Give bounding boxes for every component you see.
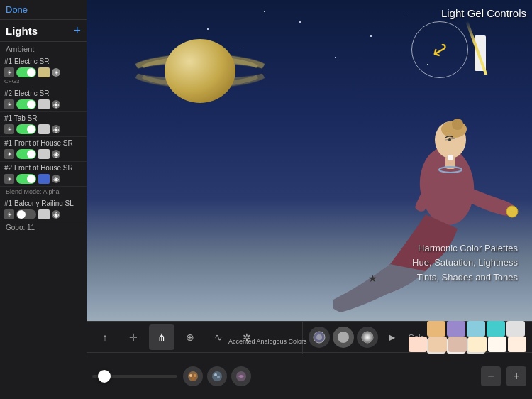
ambient-section: Ambient (0, 42, 87, 55)
light-name-3: #1 Tab SR (4, 114, 82, 122)
toolbar-bottom-row: − + (87, 353, 532, 399)
gel-swatch-9[interactable] (409, 337, 427, 352)
minus-button[interactable]: − (481, 366, 501, 386)
figure-illustration: ★ (333, 72, 532, 328)
svg-point-20 (212, 371, 222, 381)
gel-swatch-5[interactable] (506, 321, 525, 337)
palette-svg-3 (235, 370, 248, 383)
light-type-icon-5: ☀ (4, 174, 14, 184)
light-extra-3: ◈ (52, 125, 60, 133)
light-toggle-balcony[interactable] (16, 209, 36, 219)
add-light-button[interactable]: + (73, 24, 81, 37)
palette-icon-2[interactable] (207, 366, 227, 386)
saturn-illustration (129, 14, 271, 128)
light-controls-2: ☀ ◈ (4, 99, 82, 109)
light-item-5: #2 Front of House SR ☀ ◈ (0, 162, 87, 187)
light-toggle-1[interactable] (16, 67, 36, 77)
svg-point-17 (189, 374, 192, 377)
gel-swatch-11[interactable] (448, 337, 467, 352)
lights-header: Lights + (0, 20, 87, 42)
gel-swatch-4[interactable] (487, 321, 505, 337)
light-color-1[interactable] (38, 67, 50, 77)
bottom-center-icons (183, 366, 251, 386)
gel-type-icon-3 (360, 330, 375, 344)
gel-forward-icon[interactable]: ▶ (381, 327, 402, 348)
light-color-balcony[interactable] (38, 209, 50, 219)
svg-point-9 (448, 155, 453, 160)
light-color-4[interactable] (38, 149, 50, 159)
light-name-2: #2 Electric SR (4, 89, 82, 97)
svg-point-15 (362, 332, 373, 343)
light-color-2[interactable] (38, 99, 50, 109)
light-name-4: #1 Front of House SR (4, 139, 82, 147)
accented-analogous-label: Accented Analogous Colors (228, 338, 307, 345)
light-toggle-3[interactable] (16, 124, 36, 134)
overlay-line-1: Harmonic Color Palettes (412, 241, 518, 256)
tool-asterisk[interactable]: ✲ (234, 324, 260, 350)
gobo-row: Gobo: 11 (0, 222, 87, 233)
gel-swatch-1[interactable] (427, 321, 445, 337)
done-bar: Done (0, 0, 87, 20)
light-item-2: #2 Electric SR ☀ ◈ (0, 87, 87, 112)
lights-title: Lights (6, 25, 38, 37)
star (264, 11, 265, 12)
gel-type-2[interactable] (333, 327, 354, 348)
svg-point-10 (448, 138, 451, 141)
gel-controls-area: ▶ Gels (302, 321, 526, 354)
gel-type-icon-1 (312, 330, 326, 344)
light-color-5[interactable] (38, 174, 50, 184)
light-name-balcony: #1 Balcony Railing SL (4, 200, 82, 207)
gel-swatch-10[interactable] (428, 337, 447, 352)
blend-mode-row: Blend Mode: Alpha (0, 187, 87, 197)
done-button[interactable]: Done (6, 4, 28, 15)
overlay-line-3: Tints, Shades and Tones (412, 270, 518, 285)
svg-point-13 (338, 332, 349, 343)
svg-point-18 (194, 374, 196, 377)
svg-point-22 (217, 376, 220, 378)
gel-swatch-13[interactable] (488, 337, 506, 352)
light-name-1: #1 Electric SR (4, 58, 82, 65)
tool-anchor[interactable]: ⊕ (177, 324, 203, 350)
star (370, 35, 372, 37)
top-right-title: Light Gel Controls (441, 7, 526, 19)
opacity-slider[interactable] (92, 375, 177, 378)
tool-pointer[interactable]: ↑ (92, 324, 118, 350)
tool-tree[interactable]: ⋔ (149, 324, 174, 350)
svg-point-12 (316, 334, 322, 340)
plus-button[interactable]: + (506, 366, 526, 386)
svg-point-21 (214, 373, 217, 376)
light-toggle-5[interactable] (16, 174, 36, 184)
gel-type-3[interactable] (357, 327, 378, 348)
gel-type-1[interactable] (309, 327, 330, 348)
svg-point-3 (452, 119, 463, 130)
light-color-3[interactable] (38, 124, 50, 134)
opacity-thumb[interactable] (98, 370, 111, 383)
light-controls-4: ☀ ◈ (4, 149, 82, 159)
light-extra-4: ◈ (52, 150, 60, 158)
light-type-icon-balcony: ☀ (4, 209, 14, 219)
tool-wave[interactable]: ∿ (206, 324, 231, 350)
gel-swatch-14[interactable] (508, 337, 526, 352)
gel-swatch-12[interactable] (468, 337, 487, 352)
tool-move[interactable]: ✛ (121, 324, 146, 350)
light-item-4: #1 Front of House SR ☀ ◈ (0, 137, 87, 162)
light-controls-1: ☀ ◈ (4, 67, 82, 77)
light-extra-1: ◈ (52, 68, 60, 77)
toolbar-top-row: ↑ ✛ ⋔ ⊕ ∿ ✲ (87, 322, 532, 353)
light-list: Ambient #1 Electric SR ☀ ◈ CFG3 #2 Elect… (0, 42, 87, 399)
palette-icon-1[interactable] (183, 366, 203, 386)
light-toggle-4[interactable] (16, 149, 36, 159)
bottom-toolbar: ↑ ✛ ⋔ ⊕ ∿ ✲ (87, 321, 532, 399)
minus-plus-controls: − + (481, 366, 526, 386)
light-extra-2: ◈ (52, 100, 60, 109)
gel-swatch-3[interactable] (467, 321, 485, 337)
svg-text:★: ★ (368, 273, 377, 284)
light-type-icon-3: ☀ (4, 124, 14, 134)
light-name-5: #2 Front of House SR (4, 164, 82, 172)
light-item-1: #1 Electric SR ☀ ◈ CFG3 (0, 55, 87, 87)
gel-swatch-2[interactable] (447, 321, 465, 337)
palette-icon-3[interactable] (231, 366, 251, 386)
light-type-icon-4: ☀ (4, 149, 14, 159)
svg-point-7 (506, 206, 518, 217)
light-toggle-2[interactable] (16, 99, 36, 109)
